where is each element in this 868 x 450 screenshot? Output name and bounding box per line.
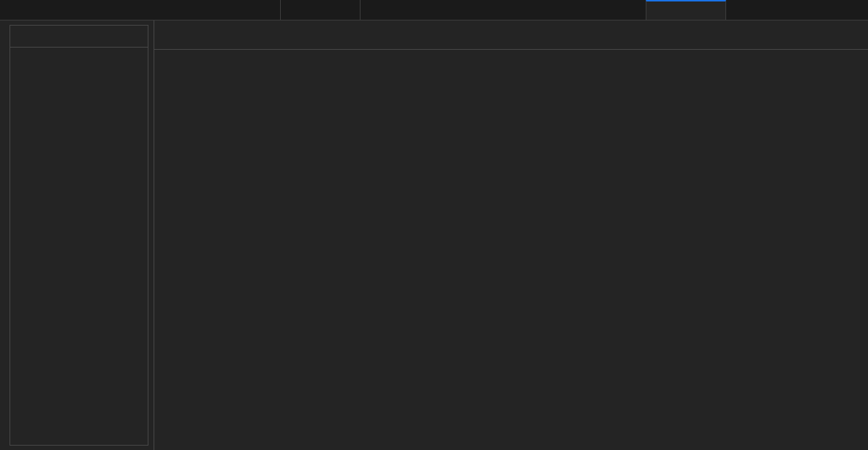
network-request-list <box>10 25 148 446</box>
detail-tabs <box>154 20 868 50</box>
toolbar-divider <box>280 0 361 20</box>
json-preview[interactable] <box>154 50 868 450</box>
close-icon[interactable] <box>154 20 184 49</box>
toolbar-active-tab-indicator <box>646 0 726 20</box>
top-toolbar <box>0 0 868 20</box>
list-header-name[interactable] <box>10 26 148 48</box>
network-detail-panel <box>154 20 868 450</box>
